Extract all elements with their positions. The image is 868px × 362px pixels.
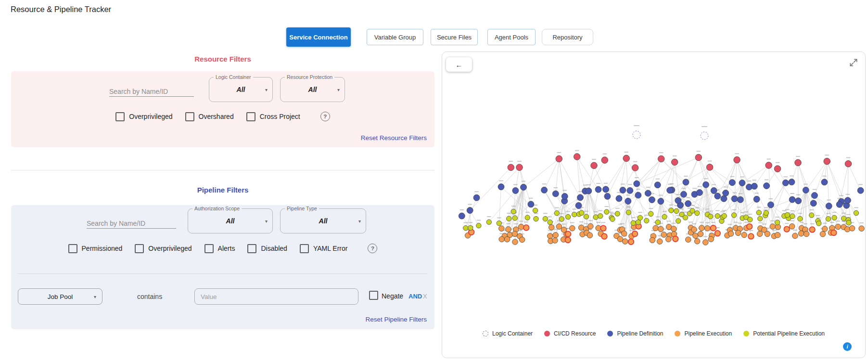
back-arrow-icon: ← bbox=[456, 61, 463, 69]
checkbox-label: Cross Project bbox=[260, 113, 300, 120]
legend-item: CI/CD Resource bbox=[544, 330, 596, 337]
checkbox-box[interactable] bbox=[68, 244, 77, 253]
checkbox-label: YAML Error bbox=[313, 245, 348, 252]
graph-legend: Logic ContainerCI/CD ResourcePipeline De… bbox=[442, 330, 865, 337]
filter-checkbox-alerts[interactable]: Alerts bbox=[204, 244, 235, 253]
rule-divider bbox=[18, 273, 428, 274]
checkbox-box[interactable] bbox=[247, 244, 256, 253]
and-condition-button[interactable]: AND bbox=[408, 293, 422, 300]
legend-label: CI/CD Resource bbox=[554, 330, 596, 337]
checkbox-label: Overprivileged bbox=[148, 245, 191, 252]
rule-field-select[interactable]: Job Pool ▾ bbox=[18, 288, 102, 305]
authorization-scope-select-value: All bbox=[226, 217, 235, 225]
filter-checkbox-cross-project[interactable]: Cross Project bbox=[246, 112, 300, 121]
pipeline-checkbox-row: PermissionedOverprivilegedAlertsDisabled… bbox=[11, 244, 434, 253]
authorization-scope-select[interactable]: Authorization Scope All ▾ bbox=[188, 208, 273, 233]
checkbox-label: Permissioned bbox=[82, 245, 123, 252]
info-icon[interactable]: i bbox=[843, 342, 852, 351]
resource-filters-title: Resource Filters bbox=[11, 55, 434, 63]
legend-item: Pipeline Execution bbox=[675, 330, 732, 337]
filter-checkbox-overshared[interactable]: Overshared bbox=[185, 112, 234, 121]
tab-agent-pools[interactable]: Agent Pools bbox=[487, 29, 536, 45]
negate-checkbox[interactable] bbox=[369, 291, 378, 300]
legend-dot-icon bbox=[607, 331, 613, 336]
logic-container-icon bbox=[483, 331, 488, 336]
info-glyph: i bbox=[846, 344, 848, 349]
page-title: Resource & Pipeline Tracker bbox=[11, 5, 111, 14]
legend-dot-icon bbox=[675, 331, 680, 336]
checkbox-label: Overshared bbox=[199, 113, 234, 120]
filter-checkbox-permissioned[interactable]: Permissioned bbox=[68, 244, 123, 253]
pipeline-filters-title: Pipeline Filters bbox=[11, 186, 434, 194]
reset-resource-filters-link[interactable]: Reset Resource Filters bbox=[361, 134, 427, 142]
legend-label: Logic Container bbox=[492, 330, 533, 337]
help-icon[interactable]: ? bbox=[368, 244, 377, 253]
chevron-down-icon: ▾ bbox=[358, 219, 361, 224]
logic-container-select-label: Logic Container bbox=[214, 74, 253, 80]
checkbox-box[interactable] bbox=[135, 244, 144, 253]
rule-value-input[interactable] bbox=[194, 288, 358, 305]
checkbox-box[interactable] bbox=[185, 112, 194, 121]
authorization-scope-select-label: Authorization Scope bbox=[192, 206, 242, 211]
pipeline-type-select-value: All bbox=[319, 217, 328, 225]
resource-filters-panel: Logic Container All ▾ Resource Protectio… bbox=[11, 71, 434, 147]
rule-field-value: Job Pool bbox=[48, 293, 73, 300]
reset-pipeline-filters-link[interactable]: Reset Pipeline Filters bbox=[365, 316, 427, 323]
resource-protection-select-value: All bbox=[308, 86, 317, 93]
rule-operator-label: contains bbox=[137, 293, 162, 300]
checkbox-box[interactable] bbox=[204, 244, 214, 253]
legend-label: Potential Pipeline Execution bbox=[753, 330, 825, 337]
logic-container-select-value: All bbox=[237, 86, 245, 93]
chevron-down-icon: ▾ bbox=[265, 219, 268, 224]
legend-label: Pipeline Definition bbox=[617, 330, 663, 337]
logic-container-select[interactable]: Logic Container All ▾ bbox=[209, 77, 273, 102]
remove-rule-button[interactable]: X bbox=[423, 293, 427, 300]
back-button[interactable]: ← bbox=[446, 57, 472, 72]
pipeline-search-input[interactable] bbox=[87, 219, 176, 229]
checkbox-label: Disabled bbox=[261, 245, 287, 252]
legend-label: Pipeline Execution bbox=[684, 330, 732, 337]
expand-icon[interactable] bbox=[849, 58, 858, 67]
tab-variable-group[interactable]: Variable Group bbox=[367, 29, 423, 45]
legend-item: Logic Container bbox=[483, 330, 533, 337]
checkbox-box[interactable] bbox=[246, 112, 255, 121]
pipeline-type-select[interactable]: Pipeline Type All ▾ bbox=[280, 208, 366, 233]
chevron-down-icon: ▾ bbox=[337, 87, 340, 92]
tab-service-connection[interactable]: Service Connection bbox=[286, 27, 351, 47]
chevron-down-icon: ▾ bbox=[94, 294, 96, 299]
checkbox-label: Alerts bbox=[218, 245, 235, 252]
section-divider bbox=[11, 170, 434, 170]
filter-checkbox-yaml-error[interactable]: YAML Error bbox=[300, 244, 348, 253]
resource-checkbox-row: OverprivilegedOversharedCross Project? bbox=[11, 112, 434, 121]
filter-checkbox-overprivileged[interactable]: Overprivileged bbox=[115, 112, 172, 121]
tab-repository[interactable]: Repository bbox=[542, 29, 593, 45]
chevron-down-icon: ▾ bbox=[265, 87, 268, 92]
resource-protection-select-label: Resource Protection bbox=[285, 74, 334, 80]
pipeline-filters-panel: Authorization Scope All ▾ Pipeline Type … bbox=[11, 205, 434, 329]
legend-item: Pipeline Definition bbox=[607, 330, 663, 337]
negate-label: Negate bbox=[382, 292, 403, 300]
legend-dot-icon bbox=[544, 331, 550, 336]
graph-panel: ← Logic ContainerCI/CD ResourcePipeline … bbox=[442, 52, 866, 358]
checkbox-label: Overprivileged bbox=[129, 113, 172, 120]
resource-search-input[interactable] bbox=[109, 87, 194, 97]
help-icon[interactable]: ? bbox=[320, 112, 330, 121]
checkbox-box[interactable] bbox=[300, 244, 309, 253]
legend-item: Potential Pipeline Execution bbox=[743, 330, 825, 337]
legend-dot-icon bbox=[743, 331, 749, 336]
filter-checkbox-disabled[interactable]: Disabled bbox=[247, 244, 287, 253]
filter-checkbox-overprivileged[interactable]: Overprivileged bbox=[135, 244, 191, 253]
pipeline-graph[interactable] bbox=[442, 52, 865, 329]
resource-protection-select[interactable]: Resource Protection All ▾ bbox=[280, 77, 345, 102]
checkbox-box[interactable] bbox=[115, 112, 125, 121]
pipeline-type-select-label: Pipeline Type bbox=[285, 206, 319, 211]
tab-secure-files[interactable]: Secure Files bbox=[431, 29, 478, 45]
